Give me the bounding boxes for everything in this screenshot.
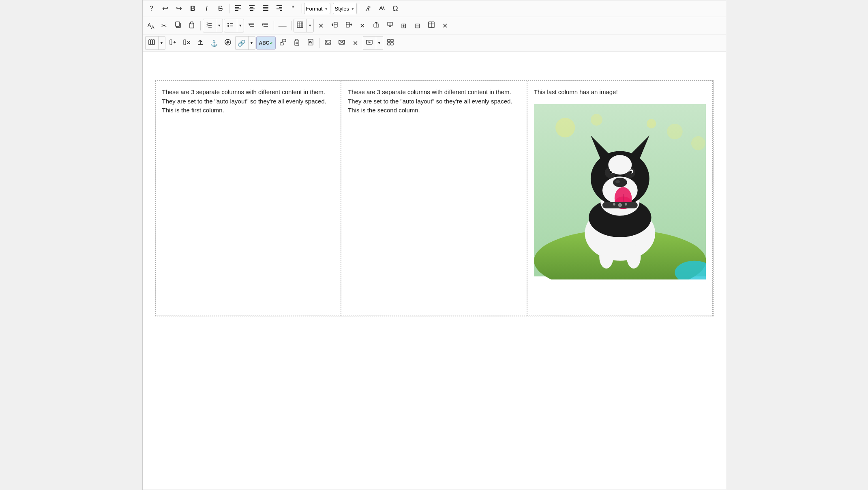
- widget-button[interactable]: [384, 37, 397, 49]
- table-ins-col-r-button[interactable]: [342, 19, 355, 32]
- table-del-row-button[interactable]: ✕: [356, 19, 369, 32]
- column-1[interactable]: These are 3 separate columns with differ…: [155, 81, 341, 316]
- column-2[interactable]: These are 3 separate columns with differ…: [341, 81, 527, 316]
- font-size-button[interactable]: AA: [145, 19, 157, 32]
- media-button[interactable]: [363, 37, 376, 49]
- insert-image-button[interactable]: [321, 37, 334, 49]
- svg-marker-94: [369, 41, 371, 43]
- table-insert-group: ▼: [294, 19, 314, 32]
- italic-icon: I: [206, 4, 208, 13]
- ordered-list-icon: 1.2.: [206, 21, 213, 30]
- hr-button[interactable]: —: [276, 19, 289, 32]
- columns-button[interactable]: [146, 37, 159, 49]
- find-replace-button[interactable]: [276, 37, 289, 49]
- widget-icon: [387, 39, 394, 47]
- strikethrough-button[interactable]: S: [214, 2, 227, 15]
- blockquote-button[interactable]: ": [287, 2, 300, 15]
- italic-button[interactable]: I: [200, 2, 213, 15]
- table-merge-icon: ⊞: [401, 22, 406, 30]
- upload-button[interactable]: [194, 37, 207, 49]
- column-3-heading: This last column has an image!: [534, 88, 706, 97]
- remove-format-button[interactable]: 𝑅: [361, 2, 374, 15]
- copy-button[interactable]: [171, 19, 184, 32]
- column-2-text: These are 3 separate columns with differ…: [348, 88, 520, 115]
- special-chars-button[interactable]: Ω: [389, 2, 402, 15]
- align-left-button[interactable]: [231, 2, 244, 15]
- columns-container: These are 3 separate columns with differ…: [155, 80, 714, 316]
- align-justify-button[interactable]: [259, 2, 272, 15]
- columns-arrow-icon: ▼: [160, 41, 163, 45]
- cut-button[interactable]: ✂: [158, 19, 171, 32]
- paste-icon: [188, 21, 195, 30]
- table-ins-col-r-icon: [345, 21, 352, 30]
- media-icon: [366, 39, 373, 47]
- indent-button[interactable]: [259, 19, 272, 32]
- spellcheck-button[interactable]: ABC ✓: [256, 37, 276, 49]
- unordered-list-arrow-icon: ▼: [238, 24, 242, 28]
- copy-icon: [174, 21, 182, 30]
- table-del-col-icon: ✕: [318, 22, 324, 30]
- table-split-button[interactable]: ⊟: [411, 19, 424, 32]
- svg-point-89: [326, 41, 327, 43]
- table-insert-button[interactable]: [294, 19, 307, 32]
- media-dropdown-button[interactable]: ▼: [376, 37, 383, 49]
- unordered-list-dropdown-button[interactable]: ▼: [237, 19, 244, 32]
- align-center-button[interactable]: [245, 2, 258, 15]
- table-ins-row-above-button[interactable]: [370, 19, 383, 32]
- bold-button[interactable]: B: [186, 2, 199, 15]
- paste-text-button[interactable]: [290, 37, 303, 49]
- help-button[interactable]: ?: [145, 2, 158, 15]
- svg-rect-21: [191, 22, 193, 24]
- add-column-button[interactable]: [166, 37, 179, 49]
- unordered-list-button[interactable]: [224, 19, 237, 32]
- table-merge-button[interactable]: ⊞: [397, 19, 410, 32]
- ordered-list-button[interactable]: 1.2.: [203, 19, 216, 32]
- column-3[interactable]: This last column has an image!: [527, 81, 713, 316]
- table-del-row-icon: ✕: [360, 22, 365, 30]
- table-del-button[interactable]: ✕: [439, 19, 452, 32]
- link-dropdown-button[interactable]: ▼: [249, 37, 255, 49]
- link-button[interactable]: 🔗: [236, 37, 249, 49]
- toolbar-row-3: ▼ ⚓: [143, 34, 726, 52]
- upload-icon: [197, 39, 204, 47]
- shortcode-icon: [224, 39, 231, 47]
- cut-icon: ✂: [161, 22, 167, 30]
- remove-format-icon: 𝑅: [366, 5, 370, 12]
- table-ins-col-l-button[interactable]: [328, 19, 341, 32]
- table-ins-row-below-button[interactable]: [384, 19, 396, 32]
- anchor-button[interactable]: ⚓: [208, 37, 221, 49]
- hr-icon: —: [279, 21, 287, 30]
- styles-dropdown[interactable]: Styles ▼: [333, 3, 357, 14]
- spellcheck-icon: ABC: [259, 40, 270, 46]
- link-icon: 🔗: [238, 39, 246, 47]
- dog-image: [534, 101, 706, 279]
- table-ins-col-l-icon: [331, 21, 339, 30]
- redo-button[interactable]: ↪: [173, 2, 186, 15]
- img-delete-icon: ✕: [353, 39, 358, 47]
- table-del-col-button[interactable]: ✕: [315, 19, 328, 32]
- img-delete-button[interactable]: ✕: [349, 37, 362, 49]
- columns-dropdown-button[interactable]: ▼: [159, 37, 165, 49]
- svg-point-111: [613, 178, 627, 187]
- shortcode-button[interactable]: [221, 37, 234, 49]
- ordered-list-dropdown-button[interactable]: ▼: [216, 19, 223, 32]
- outdent-button[interactable]: [245, 19, 258, 32]
- ordered-list-arrow-icon: ▼: [217, 24, 221, 28]
- blockquote-icon: ": [291, 4, 294, 13]
- img-placeholder-button[interactable]: [335, 37, 348, 49]
- svg-rect-79: [280, 43, 283, 45]
- anchor-icon: ⚓: [210, 39, 218, 47]
- undo-button[interactable]: ↩: [159, 2, 172, 15]
- svg-text:W: W: [309, 40, 313, 44]
- align-justify-icon: [262, 4, 269, 13]
- table-props-button[interactable]: [425, 19, 438, 32]
- table-dropdown-button[interactable]: ▼: [307, 19, 313, 32]
- paste-text-icon: [293, 39, 300, 47]
- clear-format-button[interactable]: [375, 2, 388, 15]
- format-dropdown[interactable]: Format ▼: [304, 3, 330, 14]
- align-right-button[interactable]: [273, 2, 286, 15]
- del-column-button[interactable]: [180, 37, 193, 49]
- paste-button[interactable]: [185, 19, 198, 32]
- paste-word-button[interactable]: W: [304, 37, 317, 49]
- svg-rect-82: [295, 41, 299, 45]
